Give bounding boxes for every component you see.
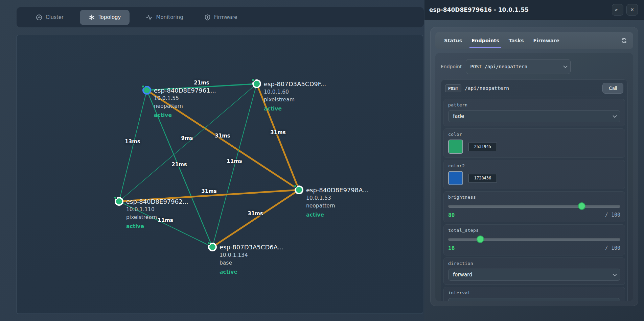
call-button[interactable]: Call — [602, 83, 623, 94]
node-name: esp-840D8E97962... — [126, 198, 188, 206]
field-label: brightness — [448, 195, 620, 200]
request-header: POST /api/neopattern Call — [441, 80, 627, 97]
color-swatch[interactable] — [448, 140, 463, 154]
color-value-input[interactable] — [468, 143, 497, 151]
node-role: base — [220, 259, 283, 267]
node-name: esp-807D3A5CD6A... — [220, 243, 283, 251]
field-pattern: pattern fade — [443, 99, 625, 126]
brightness-max: / 100 — [605, 212, 620, 218]
node-role: neopattern — [306, 202, 368, 210]
tab-status[interactable]: Status — [439, 32, 467, 49]
method-badge: POST — [445, 84, 461, 92]
field-color: color — [443, 128, 625, 158]
device-panel-card: Status Endpoints Tasks Firmware Endpoint… — [430, 27, 638, 306]
chevron-down-icon — [613, 114, 617, 118]
endpoint-form: POST /api/neopattern Call pattern fade c… — [441, 79, 628, 301]
brightness-value: 80 — [448, 212, 605, 218]
node-status-dot — [251, 78, 255, 82]
node-status-dot — [141, 85, 145, 88]
field-color2: color2 — [443, 160, 625, 189]
nav-item-label: Monitoring — [156, 14, 183, 20]
node-label: esp-807D3A5CD6A...10.0.1.134baseactive — [220, 243, 283, 276]
tab-firmware[interactable]: Firmware — [529, 32, 564, 49]
field-label: color — [448, 132, 620, 137]
slider-track[interactable] — [448, 205, 620, 208]
endpoint-select[interactable]: POST /api/neopattern — [466, 59, 571, 74]
node-name: esp-807D3A5CD9F... — [264, 80, 326, 88]
node-ip: 10.0.1.110 — [126, 206, 188, 214]
node-ip: 10.0.1.55 — [154, 95, 216, 102]
node-label: esp-807D3A5CD9F...10.0.1.60pixelstreamac… — [264, 80, 326, 113]
slider-track[interactable] — [448, 238, 620, 241]
monitoring-icon — [146, 14, 153, 21]
color2-swatch[interactable] — [448, 171, 463, 185]
nav-item-label: Firmware — [214, 14, 237, 20]
node-status: active — [154, 112, 216, 119]
device-panel-header: esp-840D8E979616 - 10.0.1.55 >_ ✕ — [424, 0, 644, 20]
brightness-slider[interactable] — [448, 202, 620, 210]
endpoints-content: Endpoint POST /api/neopattern POST /api/… — [435, 53, 633, 301]
interval-input[interactable] — [448, 298, 620, 301]
pattern-select[interactable]: fade — [448, 110, 620, 122]
node-ip: 10.0.1.60 — [264, 88, 326, 96]
field-label: color2 — [448, 163, 620, 168]
total-steps-max: / 100 — [605, 245, 620, 251]
node-status: active — [264, 105, 326, 113]
terminal-icon: >_ — [615, 7, 620, 12]
node-role: pixelstream — [264, 96, 326, 104]
field-label: interval — [448, 290, 620, 295]
field-label: direction — [448, 261, 620, 266]
endpoint-label: Endpoint — [441, 64, 462, 69]
direction-select[interactable]: forward — [448, 269, 620, 281]
node-label: esp-840D8E97962...10.0.1.110pixelstreama… — [126, 198, 188, 230]
refresh-button[interactable] — [619, 35, 629, 46]
field-brightness: brightness 80 / 100 — [443, 191, 625, 222]
total-steps-value: 16 — [448, 245, 605, 251]
request-path: /api/neopattern — [465, 85, 602, 91]
slider-thumb[interactable] — [477, 236, 484, 243]
nav-item-label: Cluster — [46, 14, 64, 20]
topology-edge — [119, 90, 147, 201]
tab-endpoints[interactable]: Endpoints — [467, 32, 504, 49]
pattern-select-value: fade — [453, 113, 613, 119]
close-icon: ✕ — [630, 7, 634, 12]
node-status-dot — [294, 184, 297, 188]
chevron-down-icon — [564, 64, 568, 68]
device-panel-title: esp-840D8E979616 - 10.0.1.55 — [429, 6, 609, 13]
slider-thumb[interactable] — [578, 202, 585, 210]
field-interval: interval — [443, 287, 625, 301]
node-name: esp-840D8E9798A... — [306, 186, 368, 194]
node-name: esp-840D8E97961... — [154, 87, 216, 95]
chevron-down-icon — [613, 272, 617, 276]
field-total-steps: total_steps 16 / 100 — [443, 224, 625, 255]
node-status: active — [126, 223, 188, 230]
endpoint-select-value: POST /api/neopattern — [470, 64, 563, 69]
node-label: esp-840D8E9798A...10.0.1.53neopatternact… — [306, 186, 368, 219]
close-button[interactable]: ✕ — [626, 4, 638, 16]
firmware-icon — [204, 14, 211, 21]
node-ip: 10.0.1.53 — [306, 194, 368, 202]
cluster-icon — [36, 14, 42, 21]
refresh-icon — [621, 38, 627, 44]
nav-item-topology[interactable]: Topology — [80, 10, 130, 25]
endpoint-selector-row: Endpoint POST /api/neopattern — [441, 59, 628, 74]
field-label: pattern — [448, 102, 620, 107]
direction-select-value: forward — [453, 272, 613, 278]
node-role: pixelstream — [126, 214, 188, 221]
topology-icon — [89, 14, 95, 21]
topology-canvas[interactable]: 21ms31ms13ms21ms31ms9ms11ms31ms31ms11mse… — [17, 35, 423, 314]
tab-spacer — [564, 32, 619, 49]
nav-item-label: Topology — [98, 14, 121, 20]
node-status-dot — [114, 196, 117, 199]
node-status: active — [220, 268, 283, 276]
node-status: active — [306, 211, 368, 219]
color2-value-input[interactable] — [468, 174, 497, 182]
nav-item-firmware[interactable]: Firmware — [200, 10, 242, 24]
nav-item-cluster[interactable]: Cluster — [31, 10, 68, 24]
field-direction: direction forward — [443, 257, 625, 285]
nav-item-monitoring[interactable]: Monitoring — [141, 10, 188, 24]
tab-tasks[interactable]: Tasks — [504, 32, 529, 49]
node-status-dot — [207, 242, 210, 245]
total-steps-slider[interactable] — [448, 236, 620, 243]
terminal-button[interactable]: >_ — [612, 4, 623, 16]
